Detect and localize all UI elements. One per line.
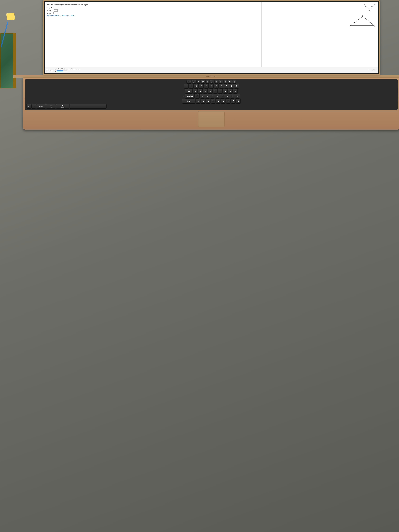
bottom-bar: Enter your answer in the edit fields and…: [45, 66, 378, 73]
screen-bezel: Find the unknown angle measure in the pa…: [44, 1, 379, 74]
z-key[interactable]: Z: [196, 99, 200, 103]
caps-lock-key[interactable]: caps lock: [185, 94, 195, 98]
spacebar-key[interactable]: [70, 104, 107, 108]
control-key[interactable]: control: [36, 104, 46, 108]
all-parts-row: All parts showing: [47, 70, 81, 71]
keyboard-base: esc ☀ F1 ☀ F2 ⌨ F3 ⊞: [23, 78, 399, 130]
k-key[interactable]: K: [230, 94, 235, 98]
f1-key[interactable]: ☀ F1: [192, 80, 196, 83]
f5-icon: ⠿: [211, 81, 212, 82]
f7-icon: ⏮: [220, 81, 222, 82]
h-key[interactable]: H: [220, 94, 225, 98]
progress-bar: [57, 70, 67, 71]
a-key[interactable]: A: [195, 94, 200, 98]
g-key[interactable]: G: [215, 94, 220, 98]
cmd-right-key[interactable]: ⌘: [236, 99, 241, 103]
f-key[interactable]: F: [210, 94, 215, 98]
e-key[interactable]: E: [203, 89, 208, 93]
angle-inputs: angle B = ° angle M = ° angle A =: [47, 7, 375, 16]
command-key[interactable]: ⌘ command: [56, 104, 69, 108]
angle-m-input[interactable]: [54, 10, 57, 12]
macbook-brand-label: MacBook Air: [13, 75, 399, 78]
f8-key[interactable]: ⏭ F8: [223, 80, 227, 83]
f4-icon: ⊞: [207, 81, 208, 82]
fn-key-row: esc ☀ F1 ☀ F2 ⌨ F3 ⊞: [26, 80, 396, 83]
5-key[interactable]: % 5: [209, 84, 214, 89]
u-key[interactable]: U: [223, 89, 228, 93]
f6-key[interactable]: ⠿ F6: [214, 80, 218, 83]
angle-m-label: angle M =: [47, 10, 53, 11]
clear-all-button[interactable]: Clear All: [368, 69, 376, 71]
w-key[interactable]: W: [198, 89, 203, 93]
svg-text:B: B: [362, 15, 363, 16]
keyboard: esc ☀ F1 ☀ F2 ⌨ F3 ⊞: [25, 79, 398, 110]
i-key[interactable]: I: [228, 89, 233, 93]
control-label: control: [39, 106, 43, 107]
o-key[interactable]: O: [233, 89, 238, 93]
d-key[interactable]: D: [205, 94, 210, 98]
bottom-left: Enter your answer in the edit fields and…: [47, 68, 81, 71]
caps-dot: [183, 94, 185, 98]
angle-a-row: angle A = °: [47, 12, 375, 14]
f5-key[interactable]: ⠿ F5: [210, 80, 214, 83]
tilde-key[interactable]: ~ `: [184, 84, 189, 89]
triangle-diagram: N M K 15° 165° A: [346, 3, 375, 30]
2-key[interactable]: @ 2: [194, 84, 199, 89]
progress-fill: [57, 70, 63, 71]
f3-key[interactable]: ⌨ F3: [201, 80, 205, 83]
angle-m-degree: °: [58, 10, 59, 11]
v-key[interactable]: V: [211, 99, 215, 103]
6-key[interactable]: ^ 6: [214, 84, 219, 89]
angle-a-input[interactable]: [53, 12, 57, 14]
j-key[interactable]: J: [225, 94, 230, 98]
fn-label: fn: [28, 106, 29, 107]
r-key[interactable]: R: [208, 89, 213, 93]
f7-key[interactable]: ⏮ F7: [219, 80, 223, 83]
s-key[interactable]: S: [200, 94, 205, 98]
l-key[interactable]: L: [235, 94, 240, 98]
option-icon: ⌥: [50, 105, 52, 107]
qwerty-row: tab Q W E R T Y U I O: [26, 89, 396, 93]
tab-key[interactable]: tab: [185, 89, 192, 93]
svg-text:15°: 15°: [365, 6, 367, 7]
bottom-modifier-row: fn ^ control ⌥ option ⌘ command: [26, 104, 396, 108]
n-key[interactable]: N: [221, 99, 226, 103]
1-key[interactable]: ! 1: [189, 84, 194, 89]
esc-key[interactable]: esc: [186, 80, 191, 83]
f10-key[interactable]: q F10: [232, 80, 236, 83]
0-key[interactable]: ) 0: [234, 84, 239, 89]
c-key[interactable]: C: [206, 99, 210, 103]
angle-b-row: angle B = °: [47, 7, 375, 9]
3-key[interactable]: # 3: [199, 84, 204, 89]
svg-marker-6: [350, 16, 374, 25]
less-than-key[interactable]: < ,: [231, 99, 235, 103]
check-instruction: Enter your answer in the edit fields and…: [47, 68, 81, 70]
shift-key[interactable]: shift: [182, 99, 195, 103]
m-key[interactable]: M: [226, 99, 230, 103]
number-row: ~ ` ! 1 @ 2 # 3: [26, 84, 396, 89]
touchpad[interactable]: [198, 111, 225, 127]
laptop: Find the unknown angle measure in the pa…: [13, 0, 399, 130]
t-key[interactable]: T: [213, 89, 218, 93]
y-key[interactable]: Y: [218, 89, 223, 93]
tab-label: tab: [188, 90, 190, 92]
up-arrow-key[interactable]: ^: [32, 104, 36, 108]
f2-icon: ☀: [198, 81, 199, 82]
8-key[interactable]: * 8: [224, 84, 229, 89]
q-key[interactable]: Q: [193, 89, 197, 93]
angle-b-input[interactable]: [54, 7, 57, 9]
b-key[interactable]: B: [216, 99, 221, 103]
angle-a-degree: °: [58, 13, 58, 14]
4-key[interactable]: $ 4: [204, 84, 209, 89]
x-key[interactable]: X: [201, 99, 205, 103]
f4-key[interactable]: ⊞ F4: [205, 80, 209, 83]
shift-label: shift: [187, 101, 190, 102]
7-key[interactable]: & 7: [219, 84, 224, 89]
svg-text:M: M: [374, 4, 375, 5]
fn-key[interactable]: fn: [26, 104, 31, 108]
f9-key[interactable]: ⏭ F9: [228, 80, 232, 83]
option-key[interactable]: ⌥ option: [46, 104, 56, 108]
9-key[interactable]: ( 9: [229, 84, 234, 89]
screen-display: Find the unknown angle measure in the pa…: [45, 2, 378, 73]
f2-key[interactable]: ☀ F2: [196, 80, 200, 83]
